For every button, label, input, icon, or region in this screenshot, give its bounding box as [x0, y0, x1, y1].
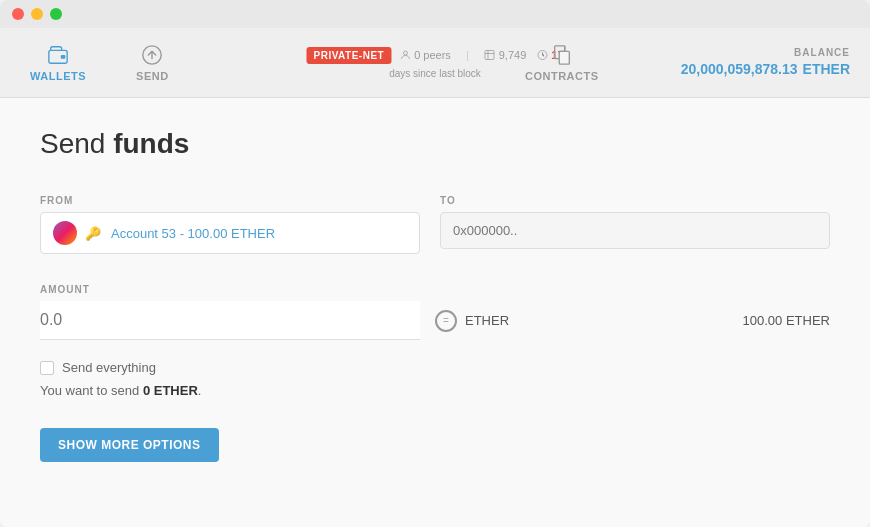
blocks-icon — [484, 49, 496, 61]
nav-send[interactable]: SEND — [126, 36, 179, 90]
nav-contracts-wrapper: CONTRACTS — [515, 36, 609, 90]
send-everything: Send everything — [40, 360, 830, 375]
currency-balance: 100.00 ETHER — [743, 313, 830, 328]
currency-name: ETHER — [465, 313, 509, 328]
close-button[interactable] — [12, 8, 24, 20]
send-icon — [141, 44, 163, 66]
send-amount: 0 ETHER — [143, 383, 198, 398]
currency-icon: = — [435, 310, 457, 332]
account-icon — [53, 221, 77, 245]
send-everything-label: Send everything — [62, 360, 156, 375]
nav-wallets[interactable]: WALLETS — [20, 36, 96, 90]
svg-rect-7 — [559, 51, 569, 64]
amount-section: AMOUNT = ETHER 100.00 ETHER — [40, 284, 830, 340]
network-badge: PRIVATE-NET — [306, 47, 391, 64]
balance-label: BALANCE — [794, 47, 850, 58]
wallets-label: WALLETS — [30, 70, 86, 82]
show-more-options-button[interactable]: SHOW MORE OPTIONS — [40, 428, 219, 462]
nav-contracts[interactable]: CONTRACTS — [515, 36, 609, 90]
send-label: SEND — [136, 70, 169, 82]
amount-label: AMOUNT — [40, 284, 830, 295]
amount-input[interactable] — [40, 301, 420, 340]
contracts-label: CONTRACTS — [525, 70, 599, 82]
balance-value-container: 20,000,059,878.13 ETHER — [681, 58, 850, 79]
minimize-button[interactable] — [31, 8, 43, 20]
main-content: Send funds FROM 🔑 Account 53 - 100.00 ET… — [0, 98, 870, 527]
amount-row: = ETHER 100.00 ETHER — [40, 301, 830, 340]
balance-currency: ETHER — [803, 61, 850, 77]
send-summary: You want to send 0 ETHER. — [40, 383, 830, 398]
key-icon: 🔑 — [85, 226, 101, 241]
peers-icon — [399, 49, 411, 61]
svg-rect-4 — [485, 51, 494, 60]
wallet-icon — [47, 44, 69, 66]
from-label: FROM — [40, 195, 420, 206]
maximize-button[interactable] — [50, 8, 62, 20]
to-input[interactable] — [440, 212, 830, 249]
contracts-icon — [551, 44, 573, 66]
svg-point-3 — [403, 51, 407, 55]
from-input[interactable]: 🔑 Account 53 - 100.00 ETHER — [40, 212, 420, 254]
to-group: TO — [440, 195, 830, 254]
to-label: TO — [440, 195, 830, 206]
app-window: WALLETS SEND PRIVATE-NET 0 p — [0, 0, 870, 527]
balance-amount: 20,000,059,878.13 ETHER — [681, 58, 850, 78]
from-group: FROM 🔑 Account 53 - 100.00 ETHER — [40, 195, 420, 254]
nav-balance: BALANCE 20,000,059,878.13 ETHER — [681, 47, 850, 79]
navbar: WALLETS SEND PRIVATE-NET 0 p — [0, 28, 870, 98]
page-title: Send funds — [40, 128, 830, 160]
peers-stat: 0 peers — [399, 49, 451, 61]
from-account-text: Account 53 - 100.00 ETHER — [111, 226, 275, 241]
days-since-label: days since last block — [389, 68, 481, 79]
svg-rect-1 — [61, 55, 66, 59]
title-bar — [0, 0, 870, 28]
currency-selector[interactable]: = ETHER — [435, 310, 509, 332]
from-to-section: FROM 🔑 Account 53 - 100.00 ETHER TO — [40, 195, 830, 254]
send-everything-checkbox[interactable] — [40, 361, 54, 375]
nav-left: WALLETS SEND — [20, 36, 179, 90]
